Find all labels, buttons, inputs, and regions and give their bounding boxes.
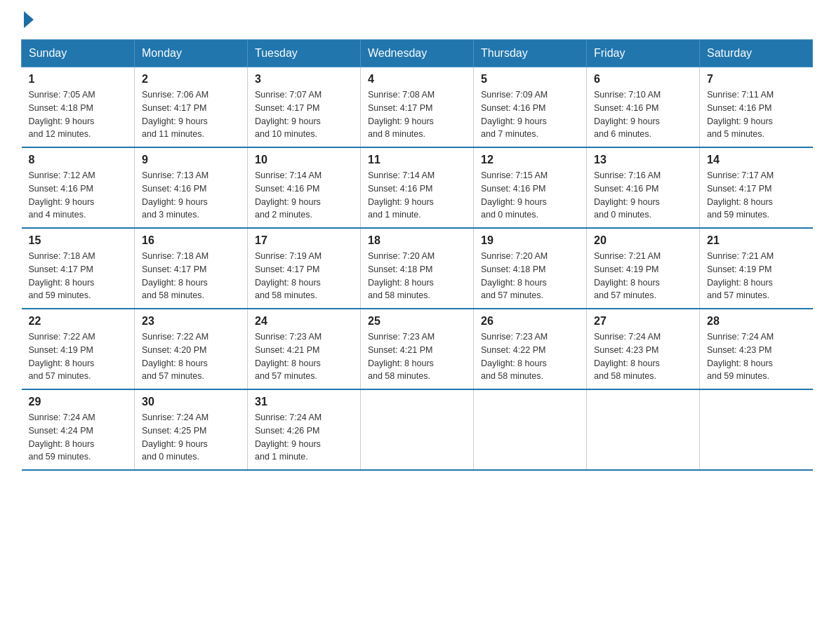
day-number: 15: [29, 234, 128, 247]
calendar-cell: 12 Sunrise: 7:15 AMSunset: 4:16 PMDaylig…: [474, 147, 587, 228]
day-number: 10: [255, 154, 353, 166]
page-header: [21, 14, 813, 25]
day-number: 31: [255, 396, 353, 408]
calendar-cell: 31 Sunrise: 7:24 AMSunset: 4:26 PMDaylig…: [248, 389, 361, 470]
day-number: 8: [29, 154, 128, 166]
day-number: 19: [481, 234, 579, 247]
calendar-cell: 7 Sunrise: 7:11 AMSunset: 4:16 PMDayligh…: [700, 67, 813, 148]
day-number: 24: [255, 315, 353, 328]
header-friday: Friday: [587, 40, 700, 67]
calendar-cell: 17 Sunrise: 7:19 AMSunset: 4:17 PMDaylig…: [248, 228, 361, 309]
day-info: Sunrise: 7:06 AMSunset: 4:17 PMDaylight:…: [142, 88, 240, 141]
calendar-cell: 22 Sunrise: 7:22 AMSunset: 4:19 PMDaylig…: [22, 309, 135, 389]
day-number: 1: [29, 73, 128, 86]
calendar-cell: 28 Sunrise: 7:24 AMSunset: 4:23 PMDaylig…: [700, 309, 813, 389]
day-number: 14: [707, 154, 806, 166]
day-info: Sunrise: 7:20 AMSunset: 4:18 PMDaylight:…: [368, 250, 466, 302]
day-number: 12: [481, 154, 579, 166]
day-number: 13: [594, 154, 692, 166]
day-number: 11: [368, 154, 466, 166]
day-info: Sunrise: 7:19 AMSunset: 4:17 PMDaylight:…: [255, 250, 353, 302]
day-info: Sunrise: 7:21 AMSunset: 4:19 PMDaylight:…: [707, 250, 806, 302]
calendar-cell: 9 Sunrise: 7:13 AMSunset: 4:16 PMDayligh…: [135, 147, 248, 228]
calendar-cell: 29 Sunrise: 7:24 AMSunset: 4:24 PMDaylig…: [22, 389, 135, 470]
header-thursday: Thursday: [474, 40, 587, 67]
calendar-table: SundayMondayTuesdayWednesdayThursdayFrid…: [21, 39, 813, 471]
day-number: 29: [29, 396, 128, 408]
day-info: Sunrise: 7:14 AMSunset: 4:16 PMDaylight:…: [368, 169, 466, 222]
calendar-cell: 2 Sunrise: 7:06 AMSunset: 4:17 PMDayligh…: [135, 67, 248, 148]
calendar-header-row: SundayMondayTuesdayWednesdayThursdayFrid…: [22, 40, 813, 67]
calendar-cell: 13 Sunrise: 7:16 AMSunset: 4:16 PMDaylig…: [587, 147, 700, 228]
day-info: Sunrise: 7:16 AMSunset: 4:16 PMDaylight:…: [594, 169, 692, 222]
calendar-cell: 25 Sunrise: 7:23 AMSunset: 4:21 PMDaylig…: [361, 309, 474, 389]
day-info: Sunrise: 7:22 AMSunset: 4:19 PMDaylight:…: [29, 330, 128, 383]
day-info: Sunrise: 7:22 AMSunset: 4:20 PMDaylight:…: [142, 330, 240, 383]
day-number: 28: [707, 315, 806, 328]
header-monday: Monday: [135, 40, 248, 67]
day-number: 17: [255, 234, 353, 247]
day-number: 7: [707, 73, 806, 86]
calendar-cell: 24 Sunrise: 7:23 AMSunset: 4:21 PMDaylig…: [248, 309, 361, 389]
day-info: Sunrise: 7:20 AMSunset: 4:18 PMDaylight:…: [481, 250, 579, 302]
week-row-1: 1 Sunrise: 7:05 AMSunset: 4:18 PMDayligh…: [22, 67, 813, 148]
calendar-cell: 10 Sunrise: 7:14 AMSunset: 4:16 PMDaylig…: [248, 147, 361, 228]
day-number: 20: [594, 234, 692, 247]
logo: [21, 14, 34, 25]
week-row-3: 15 Sunrise: 7:18 AMSunset: 4:17 PMDaylig…: [22, 228, 813, 309]
day-number: 9: [142, 154, 240, 166]
week-row-4: 22 Sunrise: 7:22 AMSunset: 4:19 PMDaylig…: [22, 309, 813, 389]
day-number: 22: [29, 315, 128, 328]
header-tuesday: Tuesday: [248, 40, 361, 67]
week-row-2: 8 Sunrise: 7:12 AMSunset: 4:16 PMDayligh…: [22, 147, 813, 228]
calendar-cell: 21 Sunrise: 7:21 AMSunset: 4:19 PMDaylig…: [700, 228, 813, 309]
day-info: Sunrise: 7:24 AMSunset: 4:24 PMDaylight:…: [29, 411, 128, 464]
day-info: Sunrise: 7:24 AMSunset: 4:25 PMDaylight:…: [142, 411, 240, 464]
day-info: Sunrise: 7:24 AMSunset: 4:23 PMDaylight:…: [707, 330, 806, 383]
day-info: Sunrise: 7:17 AMSunset: 4:17 PMDaylight:…: [707, 169, 806, 222]
calendar-cell: 26 Sunrise: 7:23 AMSunset: 4:22 PMDaylig…: [474, 309, 587, 389]
day-number: 6: [594, 73, 692, 86]
day-info: Sunrise: 7:12 AMSunset: 4:16 PMDaylight:…: [29, 169, 128, 222]
day-info: Sunrise: 7:24 AMSunset: 4:23 PMDaylight:…: [594, 330, 692, 383]
day-number: 30: [142, 396, 240, 408]
logo-arrow-icon: [24, 11, 34, 28]
day-number: 25: [368, 315, 466, 328]
calendar-cell: 20 Sunrise: 7:21 AMSunset: 4:19 PMDaylig…: [587, 228, 700, 309]
day-info: Sunrise: 7:09 AMSunset: 4:16 PMDaylight:…: [481, 88, 579, 141]
day-number: 23: [142, 315, 240, 328]
header-sunday: Sunday: [22, 40, 135, 67]
day-info: Sunrise: 7:23 AMSunset: 4:21 PMDaylight:…: [255, 330, 353, 383]
calendar-cell: 5 Sunrise: 7:09 AMSunset: 4:16 PMDayligh…: [474, 67, 587, 148]
calendar-cell: 30 Sunrise: 7:24 AMSunset: 4:25 PMDaylig…: [135, 389, 248, 470]
calendar-cell: 6 Sunrise: 7:10 AMSunset: 4:16 PMDayligh…: [587, 67, 700, 148]
calendar-cell: 16 Sunrise: 7:18 AMSunset: 4:17 PMDaylig…: [135, 228, 248, 309]
day-info: Sunrise: 7:18 AMSunset: 4:17 PMDaylight:…: [142, 250, 240, 302]
calendar-cell: 11 Sunrise: 7:14 AMSunset: 4:16 PMDaylig…: [361, 147, 474, 228]
calendar-cell: 4 Sunrise: 7:08 AMSunset: 4:17 PMDayligh…: [361, 67, 474, 148]
day-info: Sunrise: 7:23 AMSunset: 4:22 PMDaylight:…: [481, 330, 579, 383]
day-info: Sunrise: 7:08 AMSunset: 4:17 PMDaylight:…: [368, 88, 466, 141]
day-number: 21: [707, 234, 806, 247]
calendar-cell: 27 Sunrise: 7:24 AMSunset: 4:23 PMDaylig…: [587, 309, 700, 389]
day-info: Sunrise: 7:18 AMSunset: 4:17 PMDaylight:…: [29, 250, 128, 302]
day-info: Sunrise: 7:14 AMSunset: 4:16 PMDaylight:…: [255, 169, 353, 222]
day-number: 27: [594, 315, 692, 328]
calendar-cell: 19 Sunrise: 7:20 AMSunset: 4:18 PMDaylig…: [474, 228, 587, 309]
day-number: 5: [481, 73, 579, 86]
header-wednesday: Wednesday: [361, 40, 474, 67]
calendar-cell: 1 Sunrise: 7:05 AMSunset: 4:18 PMDayligh…: [22, 67, 135, 148]
header-saturday: Saturday: [700, 40, 813, 67]
calendar-cell: 14 Sunrise: 7:17 AMSunset: 4:17 PMDaylig…: [700, 147, 813, 228]
day-number: 18: [368, 234, 466, 247]
day-number: 2: [142, 73, 240, 86]
day-info: Sunrise: 7:13 AMSunset: 4:16 PMDaylight:…: [142, 169, 240, 222]
calendar-cell: [700, 389, 813, 470]
day-number: 3: [255, 73, 353, 86]
day-info: Sunrise: 7:05 AMSunset: 4:18 PMDaylight:…: [29, 88, 128, 141]
day-info: Sunrise: 7:11 AMSunset: 4:16 PMDaylight:…: [707, 88, 806, 141]
calendar-cell: 18 Sunrise: 7:20 AMSunset: 4:18 PMDaylig…: [361, 228, 474, 309]
calendar-cell: 15 Sunrise: 7:18 AMSunset: 4:17 PMDaylig…: [22, 228, 135, 309]
day-number: 4: [368, 73, 466, 86]
calendar-cell: [361, 389, 474, 470]
